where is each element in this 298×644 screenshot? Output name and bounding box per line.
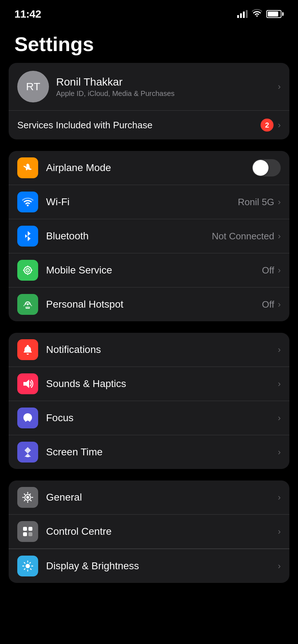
airplane-mode-label: Airplane Mode — [46, 162, 252, 174]
svg-rect-7 — [26, 456, 29, 457]
display-brightness-row[interactable]: Display & Brightness › — [9, 549, 289, 583]
personal-hotspot-icon — [17, 294, 38, 315]
control-centre-icon — [17, 521, 38, 542]
page-title: Settings — [0, 22, 298, 63]
display-brightness-label: Display & Brightness — [46, 560, 278, 572]
chevron-icon: › — [278, 447, 281, 457]
personal-hotspot-row[interactable]: Personal Hotspot Off › — [9, 288, 289, 321]
focus-row[interactable]: Focus › — [9, 401, 289, 435]
notifications-group: Notifications › Sounds & Haptics › Focus… — [9, 333, 289, 469]
mobile-service-value: Off — [262, 265, 274, 276]
chevron-icon: › — [278, 197, 281, 207]
avatar: RT — [17, 71, 49, 102]
screen-time-row[interactable]: Screen Time › — [9, 435, 289, 469]
profile-name: Ronil Thakkar — [56, 76, 271, 88]
services-badge: 2 — [261, 119, 274, 132]
personal-hotspot-value: Off — [262, 299, 274, 310]
chevron-icon: › — [278, 82, 281, 92]
svg-point-2 — [27, 270, 28, 271]
chevron-icon: › — [278, 561, 281, 571]
personal-hotspot-label: Personal Hotspot — [46, 299, 262, 310]
wifi-icon — [252, 9, 262, 19]
sounds-haptics-label: Sounds & Haptics — [46, 378, 278, 390]
general-label: General — [46, 492, 278, 503]
signal-icon — [237, 10, 248, 18]
notifications-icon — [17, 339, 38, 360]
chevron-icon: › — [278, 345, 281, 355]
chevron-icon: › — [278, 299, 281, 309]
profile-info: Ronil Thakkar Apple ID, iCloud, Media & … — [56, 76, 271, 98]
notifications-label: Notifications — [46, 344, 278, 355]
airplane-mode-icon — [17, 157, 38, 178]
chevron-icon: › — [278, 379, 281, 389]
svg-marker-6 — [23, 380, 29, 388]
airplane-mode-row[interactable]: Airplane Mode — [9, 151, 289, 185]
airplane-mode-toggle[interactable] — [252, 159, 281, 176]
mobile-service-icon — [17, 260, 38, 281]
focus-icon — [17, 408, 38, 428]
status-icons — [237, 9, 284, 19]
status-bar: 11:42 — [0, 0, 298, 22]
chevron-icon: › — [278, 265, 281, 275]
profile-row[interactable]: RT Ronil Thakkar Apple ID, iCloud, Media… — [9, 63, 289, 111]
services-row[interactable]: Services Included with Purchase 2 › — [9, 111, 289, 139]
notifications-row[interactable]: Notifications › — [9, 333, 289, 367]
bluetooth-row[interactable]: Bluetooth Not Connected › — [9, 219, 289, 253]
display-brightness-icon — [17, 556, 38, 576]
svg-point-14 — [26, 564, 30, 568]
status-time: 11:42 — [14, 8, 41, 20]
bluetooth-value: Not Connected — [212, 231, 274, 242]
svg-rect-11 — [28, 527, 32, 531]
svg-rect-12 — [23, 532, 27, 536]
svg-rect-10 — [23, 527, 27, 531]
control-centre-row[interactable]: Control Centre › — [9, 515, 289, 549]
sounds-haptics-icon — [17, 373, 38, 394]
general-row[interactable]: General › — [9, 480, 289, 515]
focus-label: Focus — [46, 412, 278, 424]
profile-subtitle: Apple ID, iCloud, Media & Purchases — [56, 89, 271, 98]
services-label: Services Included with Purchase — [17, 120, 261, 131]
connectivity-group: Airplane Mode Wi-Fi Ronil 5G › Bluetooth… — [9, 151, 289, 321]
profile-group: RT Ronil Thakkar Apple ID, iCloud, Media… — [9, 63, 289, 139]
wifi-label: Wi-Fi — [46, 196, 238, 208]
chevron-icon: › — [278, 413, 281, 423]
mobile-service-label: Mobile Service — [46, 264, 262, 276]
general-icon — [17, 487, 38, 508]
chevron-icon: › — [278, 231, 281, 241]
bluetooth-label: Bluetooth — [46, 230, 212, 242]
chevron-icon: › — [278, 120, 281, 130]
wifi-row[interactable]: Wi-Fi Ronil 5G › — [9, 185, 289, 219]
svg-rect-13 — [28, 532, 32, 536]
battery-icon — [266, 10, 284, 18]
general-group: General › Control Centre › Display & Bri… — [9, 480, 289, 583]
mobile-service-row[interactable]: Mobile Service Off › — [9, 253, 289, 288]
chevron-icon: › — [278, 492, 281, 502]
svg-point-8 — [26, 496, 29, 499]
screen-time-label: Screen Time — [46, 446, 278, 458]
control-centre-label: Control Centre — [46, 526, 278, 537]
wifi-row-icon — [17, 192, 38, 212]
screen-time-icon — [17, 442, 38, 463]
chevron-icon: › — [278, 526, 281, 537]
sounds-haptics-row[interactable]: Sounds & Haptics › — [9, 367, 289, 401]
bluetooth-icon — [17, 226, 38, 247]
wifi-value: Ronil 5G — [238, 197, 274, 208]
